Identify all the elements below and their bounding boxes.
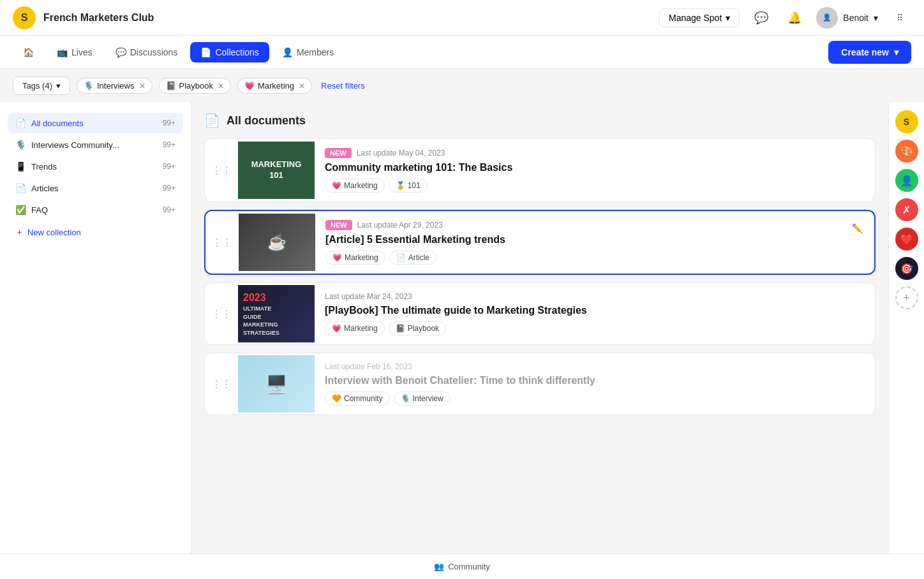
new-badge: NEW: [325, 148, 352, 158]
doc-tag-article[interactable]: 📄 Article: [389, 251, 436, 265]
remove-marketing-tag[interactable]: ✕: [299, 82, 305, 91]
doc-card-playbook: ⋮⋮ 2023 ULTIMATE GUIDE MARKETING STRATEG…: [204, 282, 876, 345]
nav-tabs: 🏠 📺 Lives 💬 Discussions 📄 Collections 👤 …: [13, 42, 344, 62]
doc-tag-community[interactable]: 🧡 Community: [325, 392, 390, 406]
doc-tag-marketing[interactable]: 💗 Marketing: [325, 179, 385, 193]
messages-icon-button[interactable]: 💬: [750, 6, 773, 29]
tab-members[interactable]: 👤 Members: [272, 42, 344, 62]
tab-home[interactable]: 🏠: [13, 42, 44, 62]
mic-icon: 🎙️: [84, 81, 94, 91]
rs-avatar-dark[interactable]: 🎯: [895, 257, 918, 280]
doc-tags-2: 💗 Marketing 📄 Article: [325, 251, 864, 265]
community-icon: 🧡: [332, 394, 341, 403]
new-collection-button[interactable]: ＋ New collection: [8, 221, 183, 243]
tab-lives[interactable]: 📺 Lives: [47, 42, 103, 62]
tags-dropdown[interactable]: Tags (4) ▾: [13, 77, 70, 95]
create-new-button[interactable]: Create new ▾: [828, 41, 911, 64]
doc-title-4[interactable]: Interview with Benoit Chatelier: Time to…: [325, 375, 865, 386]
rs-avatar-red[interactable]: ✗: [895, 198, 918, 221]
sidebar-item-faq[interactable]: ✅ FAQ 99+: [8, 200, 183, 220]
sidebar-item-articles[interactable]: 📄 Articles 99+: [8, 178, 183, 198]
brand-section: S French Marketers Club: [13, 6, 154, 29]
rs-avatar-orange[interactable]: 🎨: [895, 140, 918, 163]
doc-card-interview: ⋮⋮ 🖥️ Last update Feb 16, 2023 Interview…: [204, 353, 876, 415]
doc-date-4: Last update Feb 16, 2023: [325, 362, 412, 371]
doc-date: Last update May 04, 2023: [357, 149, 445, 158]
doc-thumbnail-interview: 🖥️: [238, 355, 315, 413]
tab-collections[interactable]: 📄 Collections: [190, 42, 269, 62]
community-footer-icon: 👥: [434, 562, 444, 571]
tag-chip-playbook[interactable]: 📓 Playbook ✕: [159, 78, 231, 94]
interviews-community-icon: 🎙️: [15, 140, 26, 150]
doc-title-3[interactable]: [PlayBook] The ultimate guide to Marketi…: [325, 305, 865, 316]
tag-chip-marketing[interactable]: 💗 Marketing ✕: [237, 78, 312, 94]
sidebar-item-interviews-community[interactable]: 🎙️ Interviews Community... 99+: [8, 135, 183, 155]
new-collection-plus-icon: ＋: [15, 226, 24, 238]
heart-icon: 💗: [332, 181, 341, 190]
add-workspace-button[interactable]: +: [895, 286, 918, 309]
sidebar-item-all-documents[interactable]: 📄 All documents 99+: [8, 113, 183, 133]
new-badge-2: NEW: [325, 220, 352, 230]
right-sidebar: S 🎨 👤 ✗ ❤️ 🎯 +: [888, 103, 924, 579]
doc-tags: 💗 Marketing 🏅 101: [325, 179, 865, 193]
all-docs-icon: 📄: [15, 118, 26, 128]
document-list: 📄 All documents ⋮⋮ MARKETING 101 NEW Las…: [191, 103, 888, 579]
chevron-down-icon: ▾: [726, 13, 730, 23]
user-name: Benoit: [843, 13, 868, 23]
rs-avatar-yellow[interactable]: S: [895, 110, 918, 133]
user-menu-button[interactable]: 👤 Benoit ▾: [816, 7, 878, 29]
community-label: Community: [448, 562, 490, 571]
members-icon: 👤: [282, 47, 293, 57]
doc-tag-marketing-3[interactable]: 💗 Marketing: [325, 321, 385, 335]
edit-button[interactable]: ✏️: [847, 219, 867, 238]
drag-handle-3[interactable]: ⋮⋮: [205, 283, 238, 344]
reset-filters-button[interactable]: Reset filters: [321, 81, 365, 91]
doc-thumbnail-article: ☕: [239, 214, 315, 271]
home-icon: 🏠: [23, 47, 34, 57]
tab-discussions[interactable]: 💬 Discussions: [105, 42, 188, 62]
create-new-chevron-icon: ▾: [894, 47, 898, 57]
sidebar: 📄 All documents 99+ 🎙️ Interviews Commun…: [0, 103, 191, 579]
heart-icon-2: 💗: [332, 253, 342, 262]
heart-icon-3: 💗: [332, 324, 341, 333]
doc-tag-marketing-2[interactable]: 💗 Marketing: [325, 251, 385, 265]
articles-icon: 📄: [15, 183, 26, 193]
doc-tag-interview[interactable]: 🎙️ Interview: [394, 392, 451, 406]
medal-icon: 🏅: [396, 181, 405, 190]
rs-avatar-pink[interactable]: ❤️: [895, 228, 918, 251]
grid-apps-icon-button[interactable]: ⠿: [888, 6, 911, 29]
drag-handle[interactable]: ⋮⋮: [205, 211, 239, 274]
rs-avatar-green[interactable]: 👤: [895, 169, 918, 192]
doc-title-2[interactable]: [Article] 5 Essential Marketing trends: [325, 234, 864, 246]
manage-spot-button[interactable]: Manage Spot ▾: [659, 8, 740, 27]
doc-title[interactable]: Community marketing 101: The Basics: [325, 162, 865, 173]
mic-tag-icon: 🎙️: [401, 394, 410, 403]
remove-interviews-tag[interactable]: ✕: [139, 82, 145, 91]
sidebar-item-trends[interactable]: 📱 Trends 99+: [8, 156, 183, 177]
collections-icon: 📄: [200, 47, 211, 57]
doc-tag-playbook[interactable]: 📓 Playbook: [389, 321, 446, 335]
top-nav: S French Marketers Club Manage Spot ▾ 💬 …: [0, 0, 924, 36]
drag-handle-4[interactable]: ⋮⋮: [205, 353, 238, 414]
brand-logo[interactable]: S: [13, 6, 36, 29]
playbook-tag-icon: 📓: [166, 81, 176, 91]
article-icon: 📄: [396, 253, 406, 262]
drag-handle[interactable]: ⋮⋮: [205, 139, 238, 202]
brand-name: French Marketers Club: [43, 12, 154, 24]
main-content: 📄 All documents 99+ 🎙️ Interviews Commun…: [0, 103, 924, 579]
doc-tag-101[interactable]: 🏅 101: [389, 179, 428, 193]
secondary-nav: 🏠 📺 Lives 💬 Discussions 📄 Collections 👤 …: [0, 36, 924, 69]
doc-card-article-trends: ⋮⋮ ☕ NEW Last update Apr 29, 2023 [Artic…: [204, 210, 876, 275]
faq-icon: ✅: [15, 205, 26, 215]
doc-thumbnail-marketing101: MARKETING 101: [238, 142, 315, 199]
marketing-tag-icon: 💗: [244, 81, 255, 91]
bottom-bar: 👥 Community: [0, 553, 924, 579]
remove-playbook-tag[interactable]: ✕: [218, 82, 224, 91]
notifications-icon-button[interactable]: 🔔: [783, 6, 806, 29]
doc-date-2: Last update Apr 29, 2023: [357, 221, 443, 230]
all-docs-header-icon: 📄: [204, 113, 220, 128]
doc-list-header: 📄 All documents: [204, 113, 876, 128]
doc-tags-3: 💗 Marketing 📓 Playbook: [325, 321, 865, 335]
doc-list-title: All documents: [227, 114, 306, 128]
tag-chip-interviews[interactable]: 🎙️ Interviews ✕: [77, 78, 153, 94]
